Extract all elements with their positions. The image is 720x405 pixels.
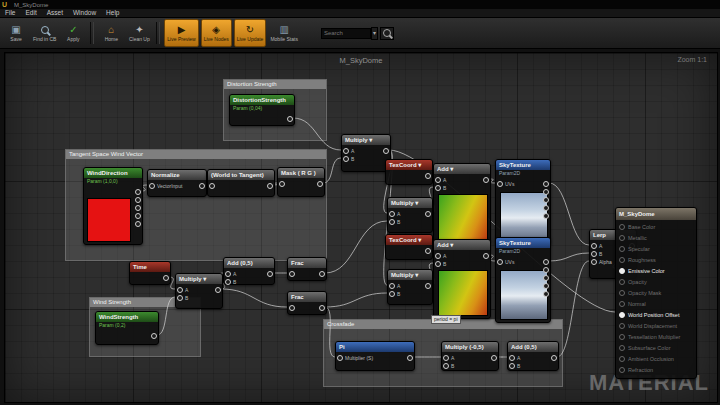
node-winddirection[interactable]: WindDirectionParam (1,0,0) [83, 167, 143, 245]
input-pin[interactable]: A [225, 271, 238, 277]
node-multiply-time[interactable]: Multiply ▾AB [175, 273, 223, 309]
output-pin[interactable] [383, 148, 389, 154]
input-pin[interactable]: B [509, 363, 522, 369]
search-input[interactable] [321, 28, 371, 39]
input-pin[interactable] [279, 181, 285, 187]
output-pin[interactable] [135, 197, 141, 203]
node-texcoord-bottom[interactable]: TexCoord ▾ [385, 234, 433, 260]
node-mask-rg[interactable]: Mask ( R G ) [277, 167, 325, 197]
material-pin-row[interactable]: Opacity Mask [616, 287, 661, 298]
material-pin-row[interactable]: Metallic [616, 232, 647, 243]
node-distortionstrength[interactable]: DistortionStrengthParam (0,04) [229, 94, 295, 126]
node-add-bottom[interactable]: Add ▾AB [433, 239, 491, 319]
menu-item-file[interactable]: File [0, 9, 20, 17]
output-pin[interactable] [425, 283, 431, 289]
material-pin-row[interactable]: Refraction [616, 364, 653, 375]
node-world-to-tangent[interactable]: (World to Tangent) [207, 169, 275, 197]
node-frac-top[interactable]: Frac [287, 257, 327, 281]
input-pin[interactable] [289, 305, 295, 311]
node-add-top[interactable]: Add ▾AB [433, 163, 491, 243]
output-pin[interactable] [491, 355, 497, 361]
node-frac-bottom[interactable]: Frac [287, 291, 327, 315]
node-texcoord-top[interactable]: TexCoord ▾ [385, 159, 433, 185]
output-pin[interactable] [287, 116, 293, 122]
output-pin[interactable] [425, 211, 431, 217]
output-pin[interactable] [135, 221, 141, 227]
input-pin[interactable]: B [177, 295, 190, 301]
node-multiply-uv-bottom[interactable]: Multiply ▾AB [387, 269, 433, 305]
live-update-button[interactable]: ↻Live Update [234, 19, 267, 47]
apply-button[interactable]: ✓Apply [60, 20, 86, 46]
output-pin[interactable] [163, 275, 169, 281]
material-pin-row[interactable]: Tessellation Multiplier [616, 331, 680, 342]
output-pin[interactable] [135, 189, 141, 195]
output-pin[interactable] [319, 271, 325, 277]
output-pin[interactable] [425, 248, 431, 254]
output-pin[interactable] [199, 183, 205, 189]
node-multiply-neg05[interactable]: Multiply (-0,5)AB [441, 341, 499, 371]
clean-up-button[interactable]: ✦Clean Up [126, 20, 152, 46]
output-pin[interactable] [483, 177, 489, 183]
menu-item-asset[interactable]: Asset [42, 9, 68, 17]
output-pin[interactable] [543, 213, 549, 219]
node-skytexture-bottom[interactable]: SkyTextureParam2DUVs [495, 237, 551, 323]
find-in-cb-button[interactable]: Find in CB [31, 20, 58, 46]
node-add-crossfade[interactable]: Add (0,5)AB [507, 341, 559, 371]
input-pin[interactable]: A [509, 355, 522, 361]
input-pin[interactable]: B [591, 251, 604, 257]
node-add-05[interactable]: Add (0,5)AB [223, 257, 275, 285]
search-icon[interactable] [380, 27, 394, 40]
menu-item-help[interactable]: Help [101, 9, 124, 17]
input-pin[interactable]: Alpha [591, 259, 614, 265]
input-pin[interactable]: VectorInput [149, 183, 184, 189]
output-pin[interactable] [151, 333, 157, 339]
graph-canvas[interactable]: M_SkyDome Zoom 1:1 period = pi MATERIAL … [4, 52, 718, 403]
material-pin-row[interactable]: Emissive Color [616, 265, 665, 276]
input-pin[interactable]: B [343, 156, 356, 162]
input-pin[interactable]: A [435, 253, 448, 259]
output-pin[interactable] [543, 189, 549, 195]
output-pin[interactable] [543, 291, 549, 297]
input-pin[interactable]: B [435, 261, 448, 267]
input-pin[interactable]: B [225, 279, 238, 285]
output-pin[interactable] [135, 213, 141, 219]
material-pin-row[interactable]: Base Color [616, 221, 655, 232]
node-skytexture-top[interactable]: SkyTextureParam2DUVs [495, 159, 551, 245]
input-pin[interactable]: UVs [497, 181, 516, 187]
node-material-result[interactable]: M_SkyDomeBase ColorMetallicSpecularRough… [615, 207, 697, 379]
output-pin[interactable] [267, 183, 273, 189]
material-pin-row[interactable]: Subsurface Color [616, 342, 671, 353]
output-pin[interactable] [319, 305, 325, 311]
input-pin[interactable]: B [389, 219, 402, 225]
node-multiply-uv-top[interactable]: Multiply ▾AB [387, 197, 433, 233]
output-pin[interactable] [135, 205, 141, 211]
title-bar[interactable]: U M_SkyDome [0, 0, 720, 9]
input-pin[interactable]: A [177, 287, 190, 293]
input-pin[interactable]: B [389, 291, 402, 297]
mobile-stats-button[interactable]: ▥Mobile Stats [268, 20, 300, 46]
node-normalize[interactable]: NormalizeVectorInput [147, 169, 207, 197]
input-pin[interactable]: B [443, 363, 456, 369]
output-pin[interactable] [267, 271, 273, 277]
output-pin[interactable] [543, 275, 549, 281]
output-pin[interactable] [543, 283, 549, 289]
input-pin[interactable] [289, 271, 295, 277]
material-pin-row[interactable]: Ambient Occlusion [616, 353, 674, 364]
output-pin[interactable] [483, 253, 489, 259]
material-pin-row[interactable]: Specular [616, 243, 650, 254]
output-pin[interactable] [425, 173, 431, 179]
input-pin[interactable]: A [389, 211, 402, 217]
input-pin[interactable]: A [435, 177, 448, 183]
input-pin[interactable] [209, 183, 215, 189]
node-windstrength[interactable]: WindStrengthParam (0,2) [95, 311, 159, 345]
input-pin[interactable]: Multiplier (S) [337, 355, 375, 361]
node-multiply-distortion[interactable]: Multiply ▾AB [341, 134, 391, 172]
output-pin[interactable] [543, 205, 549, 211]
material-pin-row[interactable]: Opacity [616, 276, 647, 287]
live-nodes-button[interactable]: ◈Live Nodes [201, 19, 232, 47]
input-pin[interactable]: A [389, 283, 402, 289]
input-pin[interactable]: A [591, 243, 604, 249]
output-pin[interactable] [407, 355, 413, 361]
save-button[interactable]: ▣Save [3, 20, 29, 46]
input-pin[interactable]: A [343, 148, 356, 154]
